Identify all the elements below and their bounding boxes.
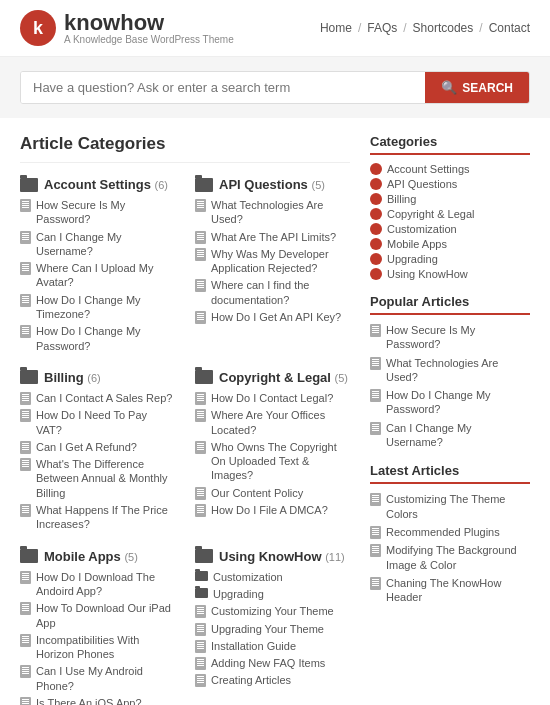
category-dot — [370, 178, 382, 190]
nav-home[interactable]: Home — [320, 21, 352, 35]
doc-icon — [195, 441, 206, 454]
doc-icon — [195, 248, 206, 261]
search-icon: 🔍 — [441, 80, 457, 95]
list-item: Where Are Your Offices Located? — [195, 408, 350, 437]
nav-faqs[interactable]: FAQs — [367, 21, 397, 35]
article-categories-section: Article Categories Account Settings (6) … — [20, 134, 350, 705]
doc-icon — [20, 392, 31, 405]
cat-name: Mobile Apps (5) — [44, 549, 138, 564]
search-bar: 🔍 SEARCH — [0, 57, 550, 118]
sidebar-popular-item: Can I Change My Username? — [370, 421, 530, 450]
doc-icon — [195, 640, 206, 653]
doc-icon — [20, 199, 31, 212]
list-item: Our Content Policy — [195, 486, 350, 500]
cat-name: Account Settings (6) — [44, 177, 168, 192]
doc-icon — [195, 199, 206, 212]
doc-icon — [195, 279, 206, 292]
category-dot — [370, 163, 382, 175]
doc-icon — [370, 493, 381, 506]
sidebar-cat-item: Mobile Apps — [370, 238, 530, 250]
list-item: Installation Guide — [195, 639, 350, 653]
list-item: Is There An iOS App? — [20, 696, 175, 705]
doc-icon — [195, 231, 206, 244]
article-list: What Technologies Are Used? What Are The… — [195, 198, 350, 324]
list-item: Can I Use My Android Phone? — [20, 664, 175, 693]
folder-icon — [20, 370, 38, 384]
nav-contact[interactable]: Contact — [489, 21, 530, 35]
list-item: How Do I Download The Andoird App? — [20, 570, 175, 599]
search-button-label: SEARCH — [462, 81, 513, 95]
site-name: knowhow — [64, 12, 234, 34]
list-item: Why Was My Developer Application Rejecte… — [195, 247, 350, 276]
doc-icon — [20, 571, 31, 584]
doc-icon — [20, 602, 31, 615]
category-account-settings: Account Settings (6) How Secure Is My Pa… — [20, 177, 175, 356]
sidebar-latest-heading: Latest Articles — [370, 463, 530, 484]
subfolder-icon — [195, 571, 208, 581]
list-item: Upgrading Your Theme — [195, 622, 350, 636]
logo-icon: k — [20, 10, 56, 46]
list-item: What Happens If The Price Increases? — [20, 503, 175, 532]
sidebar: Categories Account Settings API Question… — [370, 134, 530, 705]
logo-text: knowhow A Knowledge Base WordPress Theme — [64, 12, 234, 45]
list-item: How Do I Need To Pay VAT? — [20, 408, 175, 437]
list-item: How Do I Change My Timezone? — [20, 293, 175, 322]
list-item: Creating Articles — [195, 673, 350, 687]
subfolder-icon — [195, 588, 208, 598]
list-item: Customization — [195, 570, 350, 584]
search-input[interactable] — [21, 72, 425, 103]
logo-area: k knowhow A Knowledge Base WordPress The… — [20, 10, 234, 46]
article-list: Customization Upgrading Customizing Your… — [195, 570, 350, 688]
list-item: Adding New FAQ Items — [195, 656, 350, 670]
sidebar-popular-item: What Technologies Are Used? — [370, 356, 530, 385]
doc-icon — [20, 294, 31, 307]
category-dot — [370, 268, 382, 280]
list-item: Where Can I Upload My Avatar? — [20, 261, 175, 290]
sidebar-categories-list: Account Settings API Questions Billing C… — [370, 163, 530, 280]
list-item: What's The Difference Between Annual & M… — [20, 457, 175, 500]
sidebar-latest-item: Customizing The Theme Colors — [370, 492, 530, 521]
nav-shortcodes[interactable]: Shortcodes — [413, 21, 474, 35]
doc-icon — [370, 389, 381, 402]
list-item: Incompatibilities With Horizon Phones — [20, 633, 175, 662]
list-item: How Do I Contact Legal? — [195, 391, 350, 405]
doc-icon — [20, 262, 31, 275]
cat-name: Billing (6) — [44, 370, 101, 385]
search-button[interactable]: 🔍 SEARCH — [425, 72, 529, 103]
site-tagline: A Knowledge Base WordPress Theme — [64, 34, 234, 45]
doc-icon — [20, 504, 31, 517]
doc-icon — [20, 458, 31, 471]
doc-icon — [195, 392, 206, 405]
sidebar-cat-item: Account Settings — [370, 163, 530, 175]
sidebar-popular-item: How Secure Is My Password? — [370, 323, 530, 352]
sidebar-cat-item: API Questions — [370, 178, 530, 190]
list-item: Can I Contact A Sales Rep? — [20, 391, 175, 405]
doc-icon — [195, 504, 206, 517]
doc-icon — [370, 577, 381, 590]
folder-icon — [195, 370, 213, 384]
list-item: Upgrading — [195, 587, 350, 601]
doc-icon — [195, 605, 206, 618]
folder-icon — [20, 549, 38, 563]
article-list: How Do I Download The Andoird App? How T… — [20, 570, 175, 705]
category-dot — [370, 238, 382, 250]
doc-icon — [195, 311, 206, 324]
doc-icon — [370, 422, 381, 435]
sidebar-cat-item: Copyright & Legal — [370, 208, 530, 220]
list-item: Can I Get A Refund? — [20, 440, 175, 454]
header: k knowhow A Knowledge Base WordPress The… — [0, 0, 550, 57]
folder-icon — [195, 549, 213, 563]
sidebar-categories-heading: Categories — [370, 134, 530, 155]
doc-icon — [370, 357, 381, 370]
list-item: What Are The API Limits? — [195, 230, 350, 244]
doc-icon — [195, 674, 206, 687]
list-item: What Technologies Are Used? — [195, 198, 350, 227]
doc-icon — [20, 325, 31, 338]
doc-icon — [20, 697, 31, 705]
doc-icon — [20, 441, 31, 454]
category-billing: Billing (6) Can I Contact A Sales Rep? H… — [20, 370, 175, 535]
folder-icon — [20, 178, 38, 192]
list-item: How Secure Is My Password? — [20, 198, 175, 227]
list-item: How To Download Our iPad App — [20, 601, 175, 630]
sidebar-cat-item: Billing — [370, 193, 530, 205]
